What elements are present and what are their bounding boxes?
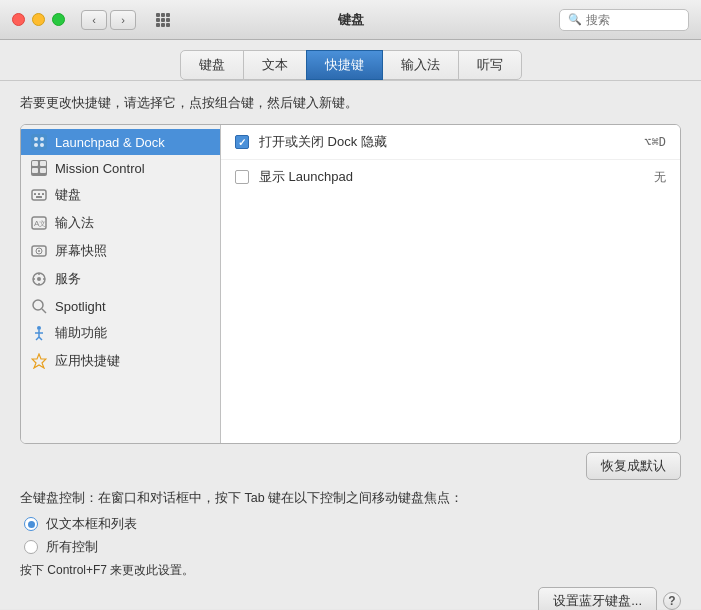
screenshot-icon (31, 243, 47, 259)
sidebar-item-label: 辅助功能 (55, 324, 107, 342)
svg-rect-9 (31, 134, 47, 150)
shortcut-checkbox-0[interactable] (235, 135, 249, 149)
radio-all-controls[interactable] (24, 540, 38, 554)
svg-point-12 (34, 143, 38, 147)
svg-line-42 (39, 337, 42, 340)
sidebar-item-label: 键盘 (55, 186, 81, 204)
tabs-bar: 键盘 文本 快捷键 输入法 听写 (0, 40, 701, 81)
svg-rect-16 (40, 161, 46, 166)
restore-btn-row: 恢复成默认 (20, 444, 681, 480)
sidebar-item-mission-control[interactable]: Mission Control (21, 155, 220, 181)
minimize-button[interactable] (32, 13, 45, 26)
radio-row-text-lists: 仅文本框和列表 (20, 515, 681, 533)
svg-rect-0 (156, 13, 160, 17)
svg-point-31 (37, 277, 41, 281)
sidebar-item-keyboard[interactable]: 键盘 (21, 181, 220, 209)
search-icon: 🔍 (568, 13, 582, 26)
input-icon: A 文 (31, 215, 47, 231)
shortcut-row: 打开或关闭 Dock 隐藏 ⌥⌘D (221, 125, 680, 160)
right-panel: 打开或关闭 Dock 隐藏 ⌥⌘D 显示 Launchpad 无 (221, 125, 680, 443)
main-content: 若要更改快捷键，请选择它，点按组合键，然后键入新键。 Launchpad & D… (0, 81, 701, 609)
sidebar-item-label: Launchpad & Dock (55, 135, 165, 150)
svg-text:文: 文 (39, 220, 46, 227)
launchpad-icon (31, 134, 47, 150)
svg-rect-18 (40, 168, 46, 173)
app-shortcuts-icon (31, 353, 47, 369)
svg-rect-5 (166, 18, 170, 22)
sidebar-item-label: 屏幕快照 (55, 242, 107, 260)
hint-text: 按下 Control+F7 来更改此设置。 (20, 562, 681, 579)
tab-keyboard[interactable]: 键盘 (180, 50, 244, 80)
shortcut-label-1: 显示 Launchpad (259, 168, 644, 186)
grid-icon[interactable] (148, 10, 178, 30)
nav-buttons: ‹ › (81, 10, 136, 30)
svg-rect-8 (166, 23, 170, 27)
svg-point-29 (38, 250, 40, 252)
shortcut-key-1: 无 (654, 169, 666, 186)
svg-rect-22 (42, 193, 44, 195)
footer: 设置蓝牙键盘... ? (20, 579, 681, 610)
tab-dictation[interactable]: 听写 (458, 50, 522, 80)
svg-marker-43 (32, 354, 46, 368)
shortcut-key-0: ⌥⌘D (644, 135, 666, 149)
content-area: Launchpad & Dock Mission Control (20, 124, 681, 444)
sidebar-item-accessibility[interactable]: 辅助功能 (21, 319, 220, 347)
sidebar-item-screenshots[interactable]: 屏幕快照 (21, 237, 220, 265)
restore-default-button[interactable]: 恢复成默认 (586, 452, 681, 480)
forward-button[interactable]: › (110, 10, 136, 30)
tab-shortcuts[interactable]: 快捷键 (306, 50, 383, 80)
instruction-text: 若要更改快捷键，请选择它，点按组合键，然后键入新键。 (20, 95, 681, 112)
sidebar-item-label: Mission Control (55, 161, 145, 176)
bottom-section: 全键盘控制：在窗口和对话框中，按下 Tab 键在以下控制之间移动键盘焦点： 仅文… (20, 480, 681, 579)
spotlight-icon (31, 298, 47, 314)
sidebar-item-label: 应用快捷键 (55, 352, 120, 370)
svg-point-11 (40, 137, 44, 141)
svg-rect-4 (161, 18, 165, 22)
maximize-button[interactable] (52, 13, 65, 26)
keyboard-icon (31, 187, 47, 203)
back-button[interactable]: ‹ (81, 10, 107, 30)
svg-point-36 (33, 300, 43, 310)
svg-rect-7 (161, 23, 165, 27)
svg-rect-3 (156, 18, 160, 22)
tab-input[interactable]: 输入法 (382, 50, 459, 80)
titlebar: ‹ › 键盘 🔍 (0, 0, 701, 40)
sidebar-item-label: Spotlight (55, 299, 106, 314)
close-button[interactable] (12, 13, 25, 26)
full-keyboard-title: 全键盘控制：在窗口和对话框中，按下 Tab 键在以下控制之间移动键盘焦点： (20, 490, 681, 507)
search-box[interactable]: 🔍 (559, 9, 689, 31)
shortcut-row: 显示 Launchpad 无 (221, 160, 680, 194)
radio-row-all-controls: 所有控制 (20, 538, 681, 556)
search-input[interactable] (586, 13, 680, 27)
services-icon (31, 271, 47, 287)
svg-rect-15 (32, 161, 38, 166)
help-button[interactable]: ? (663, 592, 681, 610)
radio-label-all-controls: 所有控制 (46, 538, 98, 556)
sidebar-item-label: 输入法 (55, 214, 94, 232)
traffic-lights (12, 13, 65, 26)
svg-rect-23 (36, 196, 42, 198)
svg-rect-1 (161, 13, 165, 17)
bluetooth-button[interactable]: 设置蓝牙键盘... (538, 587, 657, 610)
shortcut-label-0: 打开或关闭 Dock 隐藏 (259, 133, 634, 151)
sidebar-item-services[interactable]: 服务 (21, 265, 220, 293)
svg-rect-17 (32, 168, 38, 173)
radio-text-lists[interactable] (24, 517, 38, 531)
svg-rect-21 (38, 193, 40, 195)
accessibility-icon (31, 325, 47, 341)
sidebar-item-input-methods[interactable]: A 文 输入法 (21, 209, 220, 237)
window-title: 键盘 (338, 11, 364, 29)
svg-point-10 (34, 137, 38, 141)
sidebar-item-spotlight[interactable]: Spotlight (21, 293, 220, 319)
svg-point-13 (40, 143, 44, 147)
sidebar: Launchpad & Dock Mission Control (21, 125, 221, 443)
svg-rect-2 (166, 13, 170, 17)
sidebar-item-app-shortcuts[interactable]: 应用快捷键 (21, 347, 220, 375)
svg-point-38 (37, 326, 41, 330)
tab-text[interactable]: 文本 (243, 50, 307, 80)
svg-rect-6 (156, 23, 160, 27)
svg-line-37 (42, 309, 46, 313)
mission-control-icon (31, 160, 47, 176)
sidebar-item-launchpad-dock[interactable]: Launchpad & Dock (21, 129, 220, 155)
shortcut-checkbox-1[interactable] (235, 170, 249, 184)
